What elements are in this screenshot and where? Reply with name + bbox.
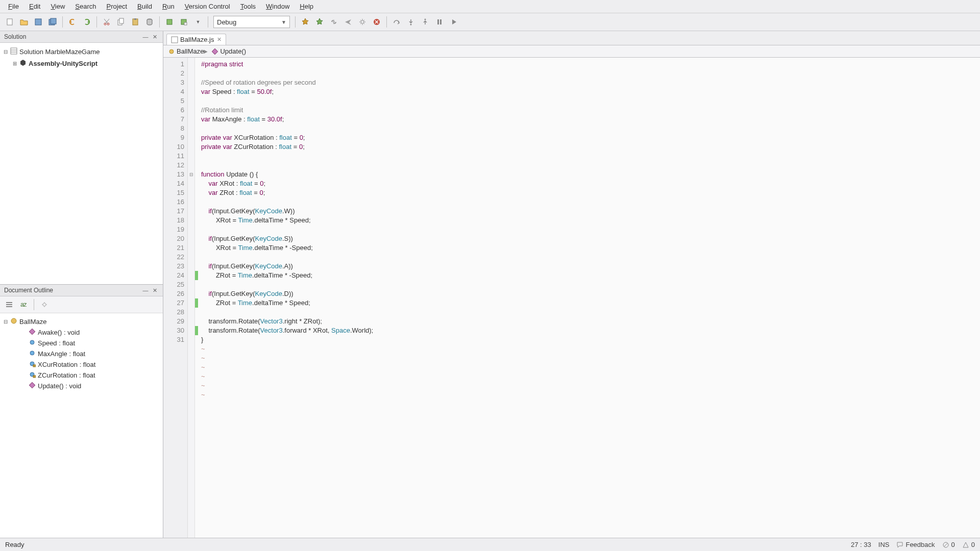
menu-project[interactable]: Project bbox=[102, 1, 132, 12]
step-out-button[interactable] bbox=[419, 15, 432, 29]
js-file-icon bbox=[171, 36, 178, 43]
step-over-button[interactable] bbox=[390, 15, 403, 29]
feedback-button[interactable]: Feedback bbox=[896, 541, 935, 548]
svg-point-30 bbox=[30, 340, 34, 344]
errors-count[interactable]: 0 bbox=[942, 541, 955, 548]
collapse-icon[interactable]: ⊟ bbox=[2, 319, 9, 324]
outline-panel-title: Document Outline bbox=[4, 287, 140, 294]
solution-root-row[interactable]: ⊟ Solution MarbleMazeGame bbox=[2, 46, 161, 58]
outline-member-row[interactable]: XCurRotation : float bbox=[2, 359, 161, 370]
toolbar-separator bbox=[62, 16, 63, 28]
project-row[interactable]: ⊞ Assembly-UnityScript bbox=[2, 58, 161, 69]
outline-member-label: XCurRotation : float bbox=[38, 361, 95, 368]
menu-build[interactable]: Build bbox=[132, 1, 157, 12]
undo-button[interactable] bbox=[66, 15, 79, 29]
debug-star1-button[interactable] bbox=[299, 15, 312, 29]
database-button[interactable] bbox=[143, 15, 156, 29]
pause-button[interactable] bbox=[433, 15, 446, 29]
outline-toolbar: az bbox=[0, 296, 163, 313]
breadcrumb-class-label: BallMaze bbox=[177, 47, 204, 55]
fold-gutter: ⊟ bbox=[188, 58, 195, 538]
solution-panel-title: Solution bbox=[4, 33, 140, 40]
svg-rect-29 bbox=[29, 329, 35, 334]
outline-member-label: MaxAngle : float bbox=[38, 350, 85, 358]
line-number-gutter: 1234567891011121314151617181920212223242… bbox=[163, 58, 188, 538]
menu-run[interactable]: Run bbox=[157, 1, 180, 12]
breadcrumb: BallMaze ▶ Update() bbox=[163, 45, 980, 58]
redo-button[interactable] bbox=[80, 15, 93, 29]
svg-rect-13 bbox=[184, 22, 187, 25]
new-file-button[interactable] bbox=[3, 15, 16, 29]
outline-panel-header: Document Outline — ✕ bbox=[0, 285, 163, 296]
menu-edit[interactable]: Edit bbox=[24, 1, 45, 12]
menu-file[interactable]: File bbox=[3, 1, 24, 12]
resume-button[interactable] bbox=[447, 15, 460, 29]
menu-help[interactable]: Help bbox=[295, 1, 318, 12]
toolbar-separator bbox=[96, 16, 97, 28]
stop-button[interactable] bbox=[370, 15, 383, 29]
document-tab-label: BallMaze.js bbox=[180, 36, 214, 43]
warnings-count[interactable]: 0 bbox=[962, 541, 975, 548]
send-button[interactable] bbox=[341, 15, 355, 29]
close-tab-icon[interactable]: ✕ bbox=[217, 36, 222, 43]
panel-close-icon[interactable]: ✕ bbox=[151, 286, 159, 294]
panel-close-icon[interactable]: ✕ bbox=[151, 33, 159, 41]
paste-button[interactable] bbox=[129, 15, 142, 29]
outline-member-row[interactable]: Awake() : void bbox=[2, 327, 161, 338]
unity-icon bbox=[18, 59, 28, 68]
code-editor[interactable]: 1234567891011121314151617181920212223242… bbox=[163, 58, 980, 538]
code-lines[interactable]: #pragma strict//Speed of rotation degree… bbox=[198, 58, 373, 538]
build-dropdown-button[interactable]: ▼ bbox=[191, 15, 205, 29]
toolbar-separator bbox=[208, 16, 208, 28]
outline-member-row[interactable]: MaxAngle : float bbox=[2, 348, 161, 359]
build-button[interactable] bbox=[163, 15, 176, 29]
link-button[interactable] bbox=[327, 15, 340, 29]
panel-minimize-icon[interactable]: — bbox=[141, 286, 150, 294]
document-tab[interactable]: BallMaze.js ✕ bbox=[166, 34, 226, 45]
copy-button[interactable] bbox=[114, 15, 128, 29]
toolbar-separator bbox=[386, 16, 387, 28]
cut-button[interactable] bbox=[100, 15, 113, 29]
outline-class-row[interactable]: ⊟ BallMaze bbox=[2, 316, 161, 327]
menu-search[interactable]: Search bbox=[70, 1, 101, 12]
svg-rect-7 bbox=[119, 18, 124, 23]
toolbar-separator bbox=[159, 16, 160, 28]
solution-tree: ⊟ Solution MarbleMazeGame ⊞ Assembly-Uni… bbox=[0, 43, 163, 72]
save-all-button[interactable] bbox=[46, 15, 59, 29]
svg-rect-39 bbox=[212, 48, 218, 54]
chevron-down-icon: ▼ bbox=[281, 19, 286, 25]
svg-rect-1 bbox=[35, 19, 41, 25]
menu-version-control[interactable]: Version Control bbox=[180, 1, 235, 12]
outline-member-row[interactable]: Speed : float bbox=[2, 338, 161, 348]
cursor-position: 27 : 33 bbox=[851, 541, 871, 548]
svg-point-14 bbox=[361, 20, 364, 23]
open-file-button[interactable] bbox=[17, 15, 31, 29]
outline-member-row[interactable]: ZCurRotation : float bbox=[2, 370, 161, 381]
outline-group-button[interactable] bbox=[3, 298, 15, 311]
gear-button[interactable] bbox=[356, 15, 369, 29]
build-clean-button[interactable] bbox=[177, 15, 190, 29]
collapse-icon[interactable]: ⊟ bbox=[2, 49, 9, 55]
error-icon bbox=[942, 541, 949, 548]
panel-minimize-icon[interactable]: — bbox=[141, 33, 150, 41]
method-icon bbox=[212, 48, 218, 55]
svg-point-38 bbox=[169, 49, 174, 54]
breadcrumb-method[interactable]: Update() bbox=[212, 47, 246, 55]
save-button[interactable] bbox=[32, 15, 45, 29]
outline-settings-button[interactable] bbox=[38, 298, 51, 311]
chevron-right-icon: ▶ bbox=[204, 48, 208, 54]
debug-star2-button[interactable] bbox=[313, 15, 326, 29]
member-icon bbox=[28, 360, 37, 369]
svg-rect-0 bbox=[7, 19, 12, 25]
outline-class-label: BallMaze bbox=[19, 318, 46, 325]
step-in-button[interactable] bbox=[404, 15, 418, 29]
svg-rect-23 bbox=[6, 304, 12, 305]
breadcrumb-class[interactable]: BallMaze ▶ bbox=[168, 47, 210, 55]
outline-sort-button[interactable]: az bbox=[17, 298, 30, 311]
menu-tools[interactable]: Tools bbox=[235, 1, 261, 12]
menu-view[interactable]: View bbox=[45, 1, 70, 12]
expand-icon[interactable]: ⊞ bbox=[11, 61, 18, 66]
config-combo[interactable]: Debug ▼ bbox=[213, 16, 290, 28]
outline-member-row[interactable]: Update() : void bbox=[2, 381, 161, 391]
menu-window[interactable]: Window bbox=[261, 1, 295, 12]
